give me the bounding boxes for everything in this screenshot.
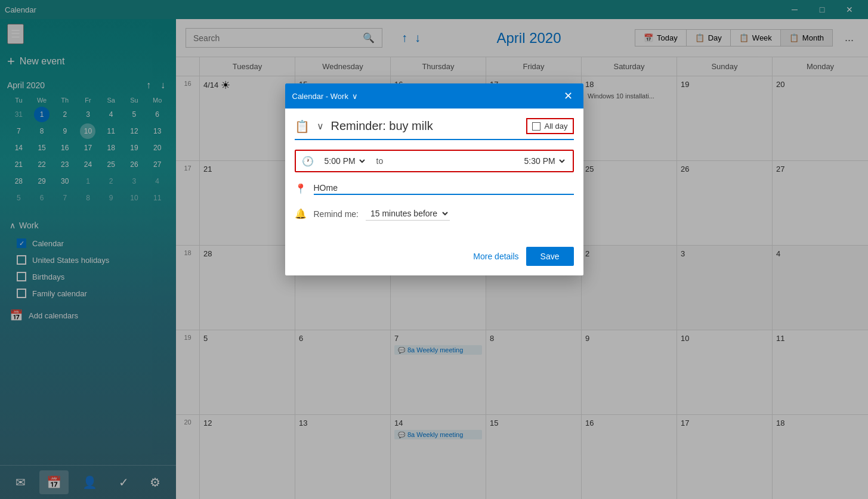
- event-title-input[interactable]: [331, 119, 520, 133]
- time-to-label: to: [376, 156, 384, 166]
- modal-footer: More details Save: [285, 242, 583, 275]
- event-chevron-icon[interactable]: ∨: [317, 120, 324, 132]
- allday-checkbox[interactable]: [532, 122, 540, 131]
- time-start-select[interactable]: 5:00 PM: [321, 154, 367, 168]
- time-end-select[interactable]: 5:30 PM: [521, 154, 567, 168]
- reminder-row: 🔔 Remind me: 15 minutes before: [295, 204, 574, 223]
- modal-header: Calendar - Work ∨ ✕: [285, 83, 583, 109]
- reminder-icon: 🔔: [295, 208, 307, 219]
- modal-header-left: Calendar - Work ∨: [292, 92, 358, 101]
- location-input[interactable]: [314, 182, 574, 195]
- event-modal: Calendar - Work ∨ ✕ 📋 ∨ All day 🕐 5:00 P: [285, 83, 583, 275]
- reminder-select[interactable]: 15 minutes before: [366, 207, 450, 221]
- allday-checkbox-container[interactable]: All day: [526, 118, 573, 134]
- more-details-button[interactable]: More details: [473, 252, 518, 261]
- modal-header-chevron: ∨: [352, 92, 358, 101]
- modal-overlay: Calendar - Work ∨ ✕ 📋 ∨ All day 🕐 5:00 P: [0, 0, 868, 499]
- time-row: 🕐 5:00 PM to 5:30 PM: [295, 150, 574, 172]
- remind-me-label: Remind me:: [314, 209, 359, 219]
- event-title-row: 📋 ∨ All day: [295, 118, 574, 140]
- modal-body: 📋 ∨ All day 🕐 5:00 PM to 5:30 PM: [285, 109, 583, 242]
- event-type-icon: 📋: [295, 119, 310, 134]
- location-row: 📍: [295, 179, 574, 197]
- modal-calendar-title: Calendar - Work: [292, 92, 348, 101]
- time-icon: 🕐: [302, 156, 314, 167]
- location-icon: 📍: [295, 183, 307, 194]
- allday-label: All day: [544, 122, 567, 131]
- modal-close-button[interactable]: ✕: [560, 88, 576, 104]
- save-button[interactable]: Save: [526, 247, 574, 266]
